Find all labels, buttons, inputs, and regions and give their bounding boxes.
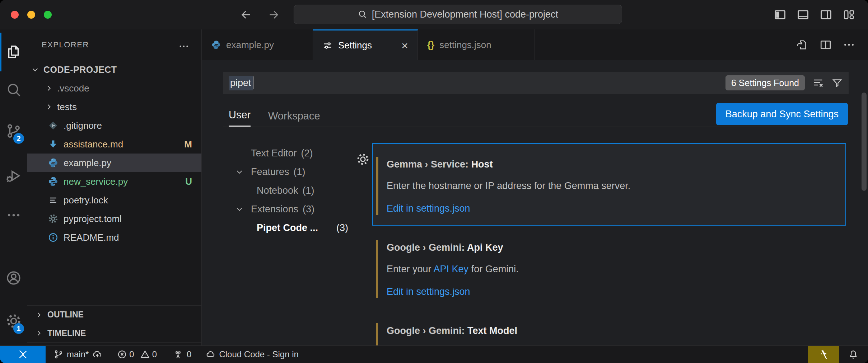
outline-section[interactable]: OUTLINE <box>27 305 201 324</box>
zoom-window-button[interactable] <box>44 11 52 19</box>
open-settings-json-icon[interactable] <box>795 38 808 51</box>
toc-item-pipet-code[interactable]: Pipet Code ... (3) <box>223 218 367 237</box>
account-icon <box>5 270 22 286</box>
back-icon[interactable] <box>240 8 253 21</box>
setting-google-gemini-text-model[interactable]: Google › Gemini: Text Model <box>372 310 846 346</box>
settings-badge: 1 <box>13 323 24 334</box>
scope-tab-user[interactable]: User <box>229 104 251 127</box>
close-window-button[interactable] <box>11 11 19 19</box>
filter-icon[interactable] <box>831 77 843 89</box>
setting-google-gemini-api-key[interactable]: Google › Gemini: Api Key Enter your API … <box>372 226 846 309</box>
toc-count: (3) <box>303 204 314 215</box>
edit-in-settings-json-link[interactable]: Edit in settings.json <box>387 202 470 214</box>
clear-search-icon[interactable] <box>812 77 824 89</box>
toggle-primary-sidebar-icon[interactable] <box>773 8 787 22</box>
sidebar-item-accounts[interactable] <box>0 260 27 296</box>
notifications-bell-icon[interactable] <box>848 349 859 360</box>
selected-text: pipet <box>229 76 253 90</box>
edit-in-settings-json-link[interactable]: Edit in settings.json <box>387 286 470 298</box>
tab-settings[interactable]: Settings × <box>313 29 418 60</box>
cloud-icon <box>205 349 216 360</box>
main-area: 2 1 EXPLORER <box>0 29 868 346</box>
command-center[interactable]: [Extension Development Host] code-projec… <box>294 5 622 24</box>
files-icon <box>5 44 22 60</box>
scrollbar-thumb[interactable] <box>862 93 867 191</box>
python-file-icon <box>211 40 221 50</box>
python-file-icon <box>48 157 59 168</box>
split-editor-icon[interactable] <box>819 38 832 51</box>
sidebar-item-settings-gear[interactable]: 1 <box>0 303 27 339</box>
toc-label: Extensions <box>251 204 298 215</box>
toc-count: (1) <box>303 185 314 196</box>
chevron-right-icon <box>34 311 43 319</box>
titlebar: [Extension Development Host] code-projec… <box>0 0 868 29</box>
tree-item-label: README.md <box>64 232 119 243</box>
description-text: Enter your <box>387 264 434 274</box>
sidebar-item-source-control[interactable]: 2 <box>0 113 27 149</box>
remote-indicator[interactable] <box>0 346 46 363</box>
sidebar-item-search[interactable] <box>0 72 27 108</box>
setting-description: Enter the hostname or IP address for the… <box>387 180 832 192</box>
settings-search-input[interactable]: pipet 6 Settings Found <box>223 72 849 94</box>
tree-item-readme-md[interactable]: README.md <box>27 228 201 247</box>
forward-icon[interactable] <box>267 8 280 21</box>
problems-status[interactable]: 0 0 <box>117 349 160 359</box>
copilot-disabled-status[interactable] <box>808 346 839 363</box>
tree-root-label: CODE-PROJECT <box>43 65 117 75</box>
scope-tab-workspace[interactable]: Workspace <box>268 105 320 127</box>
setting-actions-gear-icon[interactable] <box>356 152 370 166</box>
explorer-more-actions-icon[interactable] <box>178 41 189 52</box>
toc-item-features[interactable]: Features(1) <box>223 162 367 181</box>
toc-count: (2) <box>301 148 313 159</box>
api-key-link[interactable]: API Key <box>434 264 469 274</box>
toggle-secondary-sidebar-icon[interactable] <box>819 8 833 22</box>
explorer-title: EXPLORER <box>42 40 89 50</box>
setting-gemma-service-host[interactable]: Gemma › Service: Host Enter the hostname… <box>372 143 846 226</box>
warnings-icon <box>140 349 150 359</box>
cloud-code-signin[interactable]: Cloud Code - Sign in <box>205 349 298 360</box>
tab-settings-json[interactable]: {} settings.json <box>418 29 535 60</box>
tree-item-pyproject-toml[interactable]: pyproject.toml <box>27 209 201 228</box>
minimize-window-button[interactable] <box>27 11 35 19</box>
tree-item-label: pyproject.toml <box>64 213 122 225</box>
chevron-right-icon <box>44 84 53 93</box>
tree-item-poetry-lock[interactable]: poetry.lock <box>27 191 201 209</box>
git-branch-status[interactable]: main* <box>53 349 103 360</box>
toc-label: Text Editor <box>251 148 297 159</box>
settings-editor: pipet 6 Settings Found User Workspace Ba… <box>202 60 868 346</box>
tree-item-tests[interactable]: tests <box>27 98 201 116</box>
status-bar: main* 0 0 0 Cloud Code - Sign in <box>0 345 868 363</box>
setting-name: Host <box>471 159 493 170</box>
tree-item-label: assistance.md <box>64 139 123 150</box>
tree-item-new-service-py[interactable]: new_service.py U <box>27 172 201 191</box>
toc-item-text-editor[interactable]: Text Editor(2) <box>223 144 367 162</box>
timeline-section[interactable]: TIMELINE <box>27 324 201 343</box>
tree-item-gitignore[interactable]: .gitignore <box>27 116 201 135</box>
toc-item-notebook[interactable]: Notebook(1) <box>223 181 367 200</box>
sidebar-item-more[interactable] <box>0 197 27 233</box>
tab-example-py[interactable]: example.py <box>202 29 313 60</box>
tree-item-assistance-md[interactable]: assistance.md M <box>27 135 201 154</box>
toc-label: Features <box>251 166 289 178</box>
toggle-panel-icon[interactable] <box>796 8 810 22</box>
tree-item-label: tests <box>57 102 77 113</box>
customize-layout-icon[interactable] <box>842 8 856 22</box>
markdown-file-icon <box>48 139 59 150</box>
ports-status[interactable]: 0 <box>173 349 191 360</box>
toml-gear-icon <box>48 213 59 224</box>
settings-search-value: pipet <box>229 76 253 90</box>
tree-item-example-py[interactable]: example.py <box>27 154 201 172</box>
publish-cloud-icon[interactable] <box>92 349 103 360</box>
toc-item-extensions[interactable]: Extensions(3) <box>223 200 367 218</box>
tree-item-vscode[interactable]: .vscode <box>27 79 201 98</box>
close-tab-icon[interactable]: × <box>401 40 408 51</box>
tree-root-code-project[interactable]: CODE-PROJECT <box>27 60 201 79</box>
search-controls: 6 Settings Found <box>725 75 849 90</box>
sidebar-item-explorer[interactable] <box>0 34 27 70</box>
chevron-down-icon <box>235 167 244 176</box>
vscode-window: [Extension Development Host] code-projec… <box>0 0 868 363</box>
backup-sync-settings-button[interactable]: Backup and Sync Settings <box>716 103 848 125</box>
more-actions-icon[interactable] <box>843 39 855 51</box>
sidebar-item-run-debug[interactable] <box>0 158 27 194</box>
toc-label: Notebook <box>257 185 298 196</box>
